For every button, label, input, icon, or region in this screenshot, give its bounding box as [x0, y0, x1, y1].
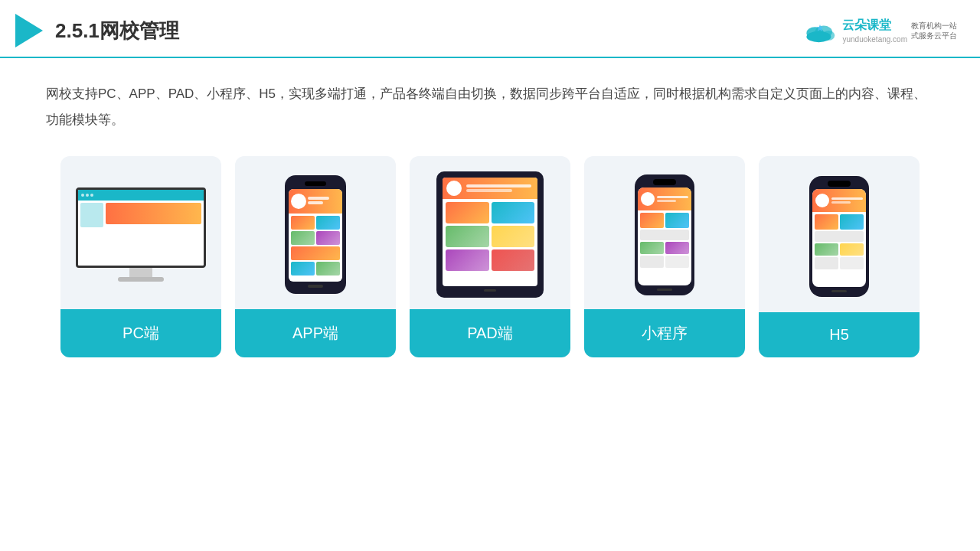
- description-text: 网校支持PC、APP、PAD、小程序、H5，实现多端打通，产品各终端自由切换，数…: [46, 81, 934, 133]
- card-h5-image: [759, 156, 920, 312]
- play-icon: [15, 14, 43, 47]
- monitor-screen: [76, 187, 206, 268]
- main-content: 网校支持PC、APP、PAD、小程序、H5，实现多端打通，产品各终端自由切换，数…: [0, 58, 980, 373]
- card-h5-label: H5: [759, 312, 920, 357]
- header: 2.5.1网校管理 云朵课堂 yunduoketang.com 教育机构一站 式…: [0, 0, 980, 58]
- logo-tagline: 教育机构一站 式服务云平台: [911, 21, 957, 41]
- card-app-image: [235, 156, 396, 309]
- iphone-mock-mini: [635, 174, 694, 295]
- logo-url: yunduoketang.com: [842, 35, 907, 44]
- card-pad-image: [410, 156, 570, 309]
- page-title: 2.5.1网校管理: [55, 18, 179, 44]
- svg-point-3: [807, 31, 831, 42]
- card-app: APP端: [235, 156, 396, 357]
- logo-area: 云朵课堂 yunduoketang.com 教育机构一站 式服务云平台: [802, 18, 957, 44]
- card-app-label: APP端: [235, 309, 396, 357]
- card-miniprogram-label: 小程序: [584, 309, 745, 357]
- header-left: 2.5.1网校管理: [15, 14, 179, 47]
- cloud-icon: [802, 18, 838, 43]
- card-pc: PC端: [60, 156, 221, 357]
- pc-monitor: [76, 187, 206, 282]
- phone-mock-app: [285, 175, 346, 294]
- logo-name-cn: 云朵课堂: [842, 18, 907, 34]
- card-pad-label: PAD端: [410, 309, 570, 357]
- cards-container: PC端: [46, 156, 934, 357]
- iphone-mock-h5: [809, 176, 869, 297]
- tablet-mock: [436, 171, 544, 298]
- card-h5: H5: [759, 156, 920, 357]
- logo-right-text: 云朵课堂 yunduoketang.com: [842, 18, 907, 44]
- logo-wrapper: 云朵课堂 yunduoketang.com 教育机构一站 式服务云平台: [802, 18, 957, 44]
- card-miniprogram: 小程序: [584, 156, 745, 357]
- card-pad: PAD端: [410, 156, 570, 357]
- card-pc-label: PC端: [60, 309, 221, 357]
- card-miniprogram-image: [584, 156, 745, 309]
- card-pc-image: [60, 156, 221, 309]
